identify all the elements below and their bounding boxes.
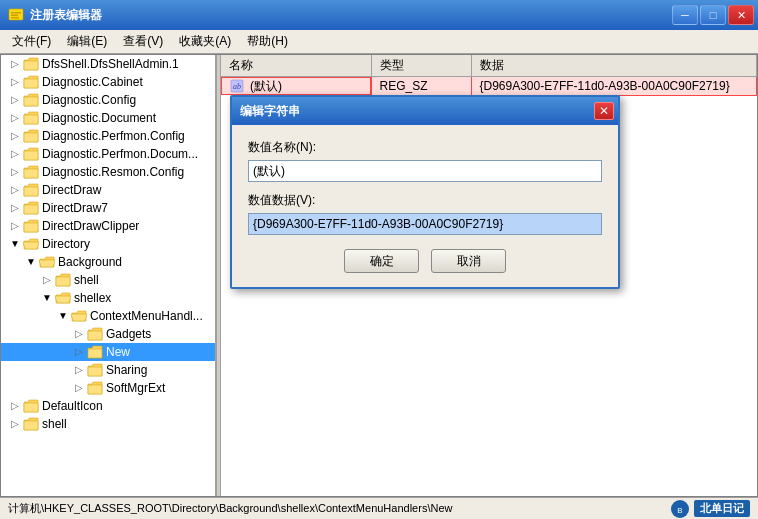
tree-label: Gadgets: [106, 327, 151, 341]
expand-new[interactable]: ▷: [71, 344, 87, 360]
expand-diagnostic-cabinet[interactable]: ▷: [7, 74, 23, 90]
tree-item-background[interactable]: ▼ Background: [1, 253, 215, 271]
expand-shell2[interactable]: ▷: [7, 416, 23, 432]
menu-file[interactable]: 文件(F): [4, 31, 59, 52]
tree-item-shell2[interactable]: ▷ shell: [1, 415, 215, 433]
tree-item-directdrawclipper[interactable]: ▷ DirectDrawClipper: [1, 217, 215, 235]
expand-directory[interactable]: ▼: [7, 236, 23, 252]
expand-gadgets[interactable]: ▷: [71, 326, 87, 342]
expand-diagnostic-perfmon-docum[interactable]: ▷: [7, 146, 23, 162]
dialog-body: 数值名称(N): 数值数据(V): 确定 取消: [232, 125, 618, 287]
tree-label: Sharing: [106, 363, 147, 377]
minimize-button[interactable]: ─: [672, 5, 698, 25]
tree-item-shell[interactable]: ▷ shell: [1, 271, 215, 289]
tree-item-directdraw[interactable]: ▷ DirectDraw: [1, 181, 215, 199]
menu-edit[interactable]: 编辑(E): [59, 31, 115, 52]
tree-label: ContextMenuHandl...: [90, 309, 203, 323]
tree-label: shell: [74, 273, 99, 287]
dialog-name-label: 数值名称(N):: [248, 139, 602, 156]
expand-directdrawclipper[interactable]: ▷: [7, 218, 23, 234]
tree-item-diagnostic-config[interactable]: ▷ Diagnostic.Config: [1, 91, 215, 109]
folder-icon: [23, 75, 39, 89]
expand-sharing[interactable]: ▷: [71, 362, 87, 378]
folder-open-icon: [39, 255, 55, 269]
tree-label: Diagnostic.Config: [42, 93, 136, 107]
tree-label: DefaultIcon: [42, 399, 103, 413]
title-controls: ─ □ ✕: [672, 5, 754, 25]
svg-text:B: B: [677, 506, 682, 515]
expand-contextmenuhandlers[interactable]: ▼: [55, 308, 71, 324]
tree-label: DirectDraw7: [42, 201, 108, 215]
tree-item-directdraw7[interactable]: ▷ DirectDraw7: [1, 199, 215, 217]
folder-icon: [23, 129, 39, 143]
tree-item-diagnostic-cabinet[interactable]: ▷ Diagnostic.Cabinet: [1, 73, 215, 91]
folder-icon: [87, 363, 103, 377]
app-window: 注册表编辑器 ─ □ ✕ 文件(F) 编辑(E) 查看(V) 收藏夹(A) 帮助…: [0, 0, 758, 519]
folder-icon: [87, 381, 103, 395]
expand-dfsshell[interactable]: ▷: [7, 56, 23, 72]
tree-item-diagnostic-resmon-config[interactable]: ▷ Diagnostic.Resmon.Config: [1, 163, 215, 181]
folder-open-icon: [71, 309, 87, 323]
dialog-name-input[interactable]: [248, 160, 602, 182]
col-data: 数据: [471, 55, 757, 77]
expand-background[interactable]: ▼: [23, 254, 39, 270]
dialog-close-button[interactable]: ✕: [594, 102, 614, 120]
menu-favorites[interactable]: 收藏夹(A): [171, 31, 239, 52]
expand-directdraw[interactable]: ▷: [7, 182, 23, 198]
tree-item-new[interactable]: ▷ New: [1, 343, 215, 361]
title-bar-left: 注册表编辑器: [8, 7, 102, 24]
expand-shellex[interactable]: ▼: [39, 290, 55, 306]
expand-shell[interactable]: ▷: [39, 272, 55, 288]
tree-label: Background: [58, 255, 122, 269]
tree-label: DirectDraw: [42, 183, 101, 197]
tree-label: shell: [42, 417, 67, 431]
dialog-data-label: 数值数据(V):: [248, 192, 602, 209]
tree-label: DfsShell.DfsShellAdmin.1: [42, 57, 179, 71]
tree-item-diagnostic-perfmon-config[interactable]: ▷ Diagnostic.Perfmon.Config: [1, 127, 215, 145]
folder-icon: [23, 165, 39, 179]
expand-diagnostic-resmon-config[interactable]: ▷: [7, 164, 23, 180]
status-right: B 北单日记: [670, 499, 750, 519]
folder-open-icon: [55, 291, 71, 305]
menu-help[interactable]: 帮助(H): [239, 31, 296, 52]
tree-item-gadgets[interactable]: ▷ Gadgets: [1, 325, 215, 343]
tree-label: shellex: [74, 291, 111, 305]
dialog-title: 编辑字符串: [240, 103, 300, 120]
expand-diagnostic-perfmon-config[interactable]: ▷: [7, 128, 23, 144]
tree-label: Diagnostic.Resmon.Config: [42, 165, 184, 179]
dialog-cancel-button[interactable]: 取消: [431, 249, 506, 273]
table-row[interactable]: ab (默认) REG_SZ {D969A300-E7FF-11d0-A93B-…: [221, 77, 757, 96]
maximize-button[interactable]: □: [700, 5, 726, 25]
dialog-buttons: 确定 取消: [248, 249, 602, 273]
tree-item-sharing[interactable]: ▷ Sharing: [1, 361, 215, 379]
close-button[interactable]: ✕: [728, 5, 754, 25]
svg-rect-3: [11, 17, 19, 19]
tree-item-dfsshell[interactable]: ▷ DfsShell.DfsShellAdmin.1: [1, 55, 215, 73]
dialog-data-input[interactable]: [248, 213, 602, 235]
tree-panel[interactable]: ▷ DfsShell.DfsShellAdmin.1 ▷ Diagnostic.…: [1, 55, 216, 496]
tree-item-directory[interactable]: ▼ Directory: [1, 235, 215, 253]
expand-diagnostic-config[interactable]: ▷: [7, 92, 23, 108]
tree-label: SoftMgrExt: [106, 381, 165, 395]
registry-icon: [8, 7, 24, 23]
tree-item-shellex[interactable]: ▼ shellex: [1, 289, 215, 307]
tree-item-diagnostic-perfmon-docum[interactable]: ▷ Diagnostic.Perfmon.Docum...: [1, 145, 215, 163]
expand-diagnostic-document[interactable]: ▷: [7, 110, 23, 126]
tree-item-softmgrext[interactable]: ▷ SoftMgrExt: [1, 379, 215, 397]
expand-softmgrext[interactable]: ▷: [71, 380, 87, 396]
menu-view[interactable]: 查看(V): [115, 31, 171, 52]
cell-data: {D969A300-E7FF-11d0-A93B-00A0C90F2719}: [471, 77, 757, 96]
tree-item-diagnostic-document[interactable]: ▷ Diagnostic.Document: [1, 109, 215, 127]
folder-icon: [23, 219, 39, 233]
dialog-ok-button[interactable]: 确定: [344, 249, 419, 273]
expand-directdraw7[interactable]: ▷: [7, 200, 23, 216]
svg-text:ab: ab: [233, 82, 241, 91]
registry-table: 名称 类型 数据 ab (默认) REG_: [221, 55, 757, 96]
folder-icon: [23, 93, 39, 107]
expand-defaulticon[interactable]: ▷: [7, 398, 23, 414]
tree-item-defaulticon[interactable]: ▷ DefaultIcon: [1, 397, 215, 415]
dialog-title-bar: 编辑字符串 ✕: [232, 97, 618, 125]
folder-open-icon: [23, 237, 39, 251]
tree-item-contextmenuhandlers[interactable]: ▼ ContextMenuHandl...: [1, 307, 215, 325]
tree-label: DirectDrawClipper: [42, 219, 139, 233]
